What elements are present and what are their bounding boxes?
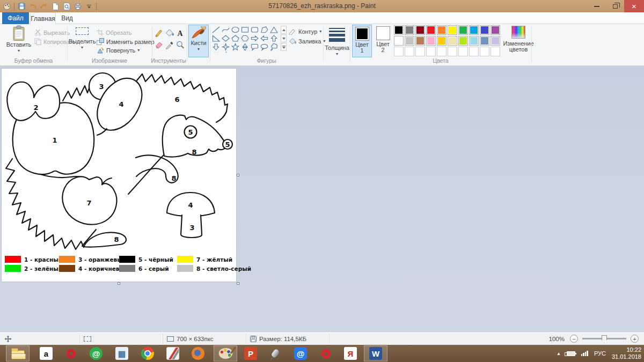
taskbar-item-paint-net[interactable] [161,345,185,361]
taskbar-item-opera-new[interactable] [314,345,338,361]
shape-curve-button[interactable] [221,26,230,34]
language-indicator[interactable]: РУС [594,350,606,357]
text-tool-button[interactable]: A [175,28,185,39]
shape-heart-button[interactable] [211,51,221,53]
palette-empty-slot-5[interactable] [437,47,447,56]
palette-color-r2c3[interactable] [415,36,425,46]
taskbar-item-opera[interactable] [59,345,83,361]
palette-color-r1c6[interactable] [448,25,457,35]
pencil-tool-button[interactable] [153,28,164,39]
rotate-button[interactable]: Повернуть ▾ [97,47,140,54]
palette-color-r1c9[interactable] [480,25,489,35]
taskbar-item-file-explorer[interactable] [6,345,30,361]
color-picker-tool-button[interactable] [164,40,174,50]
taskbar-item-powerpoint[interactable]: P [239,345,262,361]
taskbar-item-word[interactable]: W [364,345,387,361]
shape-right-arrow-button[interactable] [250,34,259,42]
taskbar-item-sound-recorder[interactable] [264,345,287,361]
palette-color-r2c9[interactable] [480,36,489,46]
palette-color-r1c4[interactable] [426,25,436,35]
shapes-scroll-up-button[interactable] [281,26,287,34]
palette-empty-slot-3[interactable] [415,47,425,56]
fill-button[interactable]: Заливка ▾ [289,38,325,45]
shape-line-button[interactable] [211,26,221,34]
brushes-button[interactable]: Кисти ▾ [188,25,209,57]
shape-left-arrow-button[interactable] [260,34,269,42]
palette-color-r2c4[interactable] [426,36,436,46]
palette-color-r1c10[interactable] [491,25,500,35]
palette-color-r2c6[interactable] [448,36,457,46]
canvas-resize-handle-corner[interactable] [237,282,239,285]
taskbar-item-firefox[interactable] [186,345,210,361]
palette-color-r2c7[interactable] [458,36,468,46]
palette-color-r2c2[interactable] [405,36,414,46]
shape-oval-callout-button[interactable] [260,43,269,51]
palette-color-r2c5[interactable] [437,36,447,46]
shapes-scroll-down-button[interactable] [281,34,287,42]
shape-oval-button[interactable] [231,26,240,34]
palette-empty-slot-1[interactable] [394,47,404,56]
color1-button[interactable]: Цвет 1 [352,25,372,57]
zoom-slider[interactable] [582,338,626,339]
select-button[interactable]: Выделить ▾ [70,25,94,50]
cut-button[interactable]: Вырезать [34,29,70,36]
palette-color-r1c8[interactable] [469,25,479,35]
magnifier-tool-button[interactable] [175,40,185,50]
shape-five-point-star-button[interactable] [231,43,240,51]
shape-polygon-button[interactable] [260,26,269,34]
palette-color-r1c5[interactable] [437,25,447,35]
palette-empty-slot-2[interactable] [405,47,414,56]
tab-file[interactable]: Файл [2,12,29,24]
zoom-slider-thumb[interactable] [602,335,607,343]
taskbar-item-mailru-agent[interactable]: @ [84,345,108,361]
shape-rounded-callout-button[interactable] [250,43,259,51]
shape-triangle-button[interactable] [269,26,279,34]
shape-up-arrow-button[interactable] [269,34,279,42]
size-button[interactable]: Толщина ▾ [325,25,349,56]
taskbar-item-yandex-browser[interactable]: Я [339,345,362,361]
resize-button[interactable]: Изменить размер [97,38,155,45]
shape-six-point-star-button[interactable] [240,43,250,51]
clock[interactable]: 10:22 31.01.2018 [612,346,641,360]
shape-rectangle-button[interactable] [240,26,250,34]
palette-color-r1c3[interactable] [415,25,425,35]
fill-tool-button[interactable] [164,28,174,39]
color2-button[interactable]: Цвет 2 [373,25,393,57]
taskbar-item-amazon[interactable]: a [34,345,58,361]
palette-color-r1c1[interactable] [394,25,404,35]
palette-empty-slot-4[interactable] [426,47,436,56]
zoom-out-button[interactable]: − [570,335,578,343]
palette-color-r2c1[interactable] [394,36,404,46]
shape-right-triangle-button[interactable] [211,34,221,42]
taskbar-item-paint[interactable] [214,345,237,361]
palette-empty-slot-6[interactable] [448,47,457,56]
shape-down-arrow-button[interactable] [211,43,221,51]
shape-hexagon-button[interactable] [240,34,250,42]
palette-empty-slot-7[interactable] [458,47,468,56]
crop-button[interactable]: Обрезать [97,29,132,36]
outline-button[interactable]: Контур ▾ [289,28,321,35]
canvas-resize-handle-right[interactable] [237,174,239,176]
shape-rounded-rectangle-button[interactable] [250,26,259,34]
paste-button[interactable]: Вставить ▾ [4,25,33,53]
palette-color-r2c10[interactable] [491,36,500,46]
paint-canvas[interactable]: 2134655887843 1 - красный 2 - зелёный 3 … [2,69,236,282]
tab-home[interactable]: Главная [30,12,56,25]
shapes-more-button[interactable] [281,43,287,51]
tab-view[interactable]: Вид [56,12,78,24]
minimize-button[interactable] [588,0,606,12]
canvas-resize-handle-bottom[interactable] [118,282,120,285]
shape-pentagon-button[interactable] [231,34,240,42]
zoom-in-button[interactable]: + [631,335,639,343]
network-signal-icon[interactable] [581,351,588,356]
edit-colors-button[interactable]: Изменение цветов [503,25,533,53]
taskbar-item-calculator[interactable]: ▦ [110,345,134,361]
shape-four-point-star-button[interactable] [221,43,230,51]
palette-empty-slot-9[interactable] [480,47,489,56]
taskbar-item-mailru[interactable]: @ [289,345,312,361]
taskbar-item-chrome[interactable] [136,345,159,361]
palette-empty-slot-10[interactable] [491,47,500,56]
shape-lightning-button[interactable] [221,51,230,53]
restore-button[interactable] [606,0,624,12]
palette-color-r2c8[interactable] [469,36,479,46]
